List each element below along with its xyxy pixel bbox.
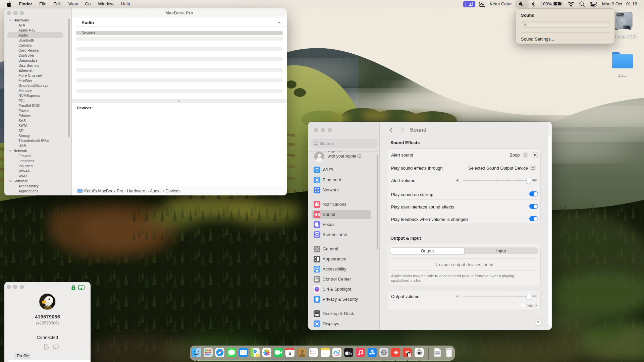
- svg-text:9: 9: [289, 351, 291, 356]
- svg-text:tv: tv: [349, 352, 352, 355]
- svg-text:OCT: OCT: [288, 348, 292, 350]
